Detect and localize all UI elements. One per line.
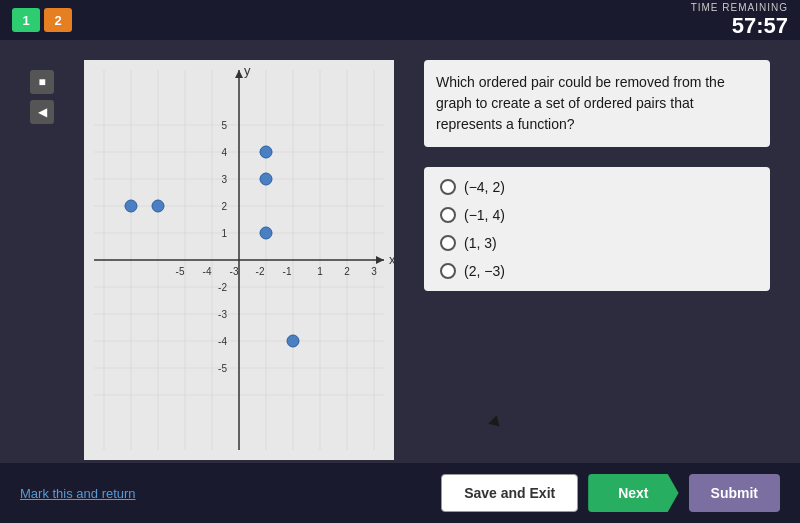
next-button[interactable]: Next <box>588 474 678 512</box>
svg-text:-1: -1 <box>283 266 292 277</box>
submit-button[interactable]: Submit <box>689 474 780 512</box>
option-label-3: (2, −3) <box>464 263 505 279</box>
main-content: ■ ◀ <box>0 40 800 463</box>
svg-text:-4: -4 <box>218 336 227 347</box>
point-2-neg3 <box>287 335 299 347</box>
svg-text:-2: -2 <box>256 266 265 277</box>
svg-text:4: 4 <box>221 147 227 158</box>
option-3[interactable]: (2, −3) <box>440 263 754 279</box>
question-tabs: 1 2 <box>12 8 72 32</box>
save-exit-button[interactable]: Save and Exit <box>441 474 578 512</box>
svg-text:2: 2 <box>344 266 350 277</box>
tab-1[interactable]: 1 <box>12 8 40 32</box>
left-tools: ■ ◀ <box>30 70 54 124</box>
svg-text:2: 2 <box>221 201 227 212</box>
option-1[interactable]: (−1, 4) <box>440 207 754 223</box>
svg-text:-3: -3 <box>230 266 239 277</box>
point-neg3-2 <box>152 200 164 212</box>
tab-2[interactable]: 2 <box>44 8 72 32</box>
svg-text:-3: -3 <box>218 309 227 320</box>
point-neg4-2 <box>125 200 137 212</box>
svg-text:1: 1 <box>221 228 227 239</box>
radio-3[interactable] <box>440 263 456 279</box>
options-list: (−4, 2) (−1, 4) (1, 3) (2, −3) <box>424 167 770 291</box>
question-area: Which ordered pair could be removed from… <box>424 60 770 291</box>
svg-text:-4: -4 <box>203 266 212 277</box>
top-bar: 1 2 TIME REMAINING 57:57 <box>0 0 800 40</box>
option-label-1: (−1, 4) <box>464 207 505 223</box>
radio-0[interactable] <box>440 179 456 195</box>
point-1-4 <box>260 146 272 158</box>
point-1-1 <box>260 227 272 239</box>
svg-text:3: 3 <box>371 266 377 277</box>
svg-text:5: 5 <box>221 120 227 131</box>
bottom-bar: Mark this and return Save and Exit Next … <box>0 463 800 523</box>
timer-area: TIME REMAINING 57:57 <box>691 2 788 39</box>
option-0[interactable]: (−4, 2) <box>440 179 754 195</box>
question-text: Which ordered pair could be removed from… <box>424 60 770 147</box>
option-label-0: (−4, 2) <box>464 179 505 195</box>
action-buttons: Save and Exit Next Submit <box>441 474 780 512</box>
radio-2[interactable] <box>440 235 456 251</box>
svg-text:-2: -2 <box>218 282 227 293</box>
mark-return-link[interactable]: Mark this and return <box>20 486 136 501</box>
svg-text:x: x <box>389 252 394 267</box>
graph-svg: x y -5 -4 -3 -2 -1 1 2 3 5 4 3 2 1 -2 -3… <box>84 60 394 460</box>
point-1-3 <box>260 173 272 185</box>
option-label-2: (1, 3) <box>464 235 497 251</box>
svg-text:3: 3 <box>221 174 227 185</box>
tool-calculator[interactable]: ■ <box>30 70 54 94</box>
radio-1[interactable] <box>440 207 456 223</box>
timer-value: 57:57 <box>691 13 788 39</box>
svg-text:-5: -5 <box>218 363 227 374</box>
graph-container: x y -5 -4 -3 -2 -1 1 2 3 5 4 3 2 1 -2 -3… <box>84 60 394 460</box>
tool-reference[interactable]: ◀ <box>30 100 54 124</box>
svg-text:-5: -5 <box>176 266 185 277</box>
svg-text:y: y <box>244 63 251 78</box>
option-2[interactable]: (1, 3) <box>440 235 754 251</box>
timer-label: TIME REMAINING <box>691 2 788 13</box>
svg-text:1: 1 <box>317 266 323 277</box>
